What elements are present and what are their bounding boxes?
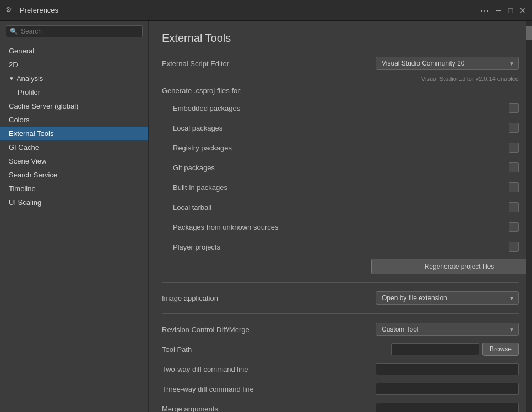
registry-label: Registry packages	[162, 144, 371, 152]
sidebar-item-profiler[interactable]: Profiler	[0, 85, 148, 99]
image-app-dropdown[interactable]: Open by file extension	[376, 291, 519, 305]
tool-path-label: Tool Path	[162, 345, 371, 354]
search-icon: 🔍	[10, 28, 18, 35]
builtin-label: Built-in packages	[162, 183, 371, 192]
script-editor-label: External Script Editor	[162, 59, 371, 68]
revision-dropdown-wrapper: Custom Tool ▼	[376, 323, 519, 336]
image-app-dropdown-wrapper: Open by file extension ▼	[376, 291, 519, 305]
local-packages-row: Local packages	[162, 120, 519, 135]
revision-control-row: Revision Control Diff/Merge Custom Tool …	[162, 322, 519, 337]
player-control	[371, 242, 519, 252]
regenerate-button[interactable]: Regenerate project files	[371, 259, 532, 274]
merge-args-label: Merge arguments	[162, 405, 371, 413]
merge-args-row: Merge arguments	[162, 401, 519, 412]
divider-2	[162, 313, 519, 314]
tarball-row: Local tarball	[162, 199, 519, 215]
tool-path-row: Tool Path Browse	[162, 341, 519, 357]
embedded-control	[371, 103, 519, 113]
tool-path-control: Browse	[371, 343, 519, 356]
content-area: External Tools External Script Editor Vi…	[149, 21, 532, 412]
title-bar: ⚙ Preferences ⋯ ─ □ ✕	[0, 0, 532, 21]
sidebar-item-scene-view[interactable]: Scene View	[0, 154, 148, 168]
builtin-control	[371, 182, 519, 192]
local-control	[371, 123, 519, 133]
sidebar-item-analysis[interactable]: ▼ Analysis	[0, 72, 148, 85]
regen-row: Regenerate project files	[162, 259, 519, 274]
embedded-checkbox[interactable]	[509, 103, 519, 113]
tarball-control	[371, 202, 519, 212]
git-packages-row: Git packages	[162, 160, 519, 175]
unknown-control	[371, 222, 519, 232]
divider-1	[162, 282, 519, 283]
git-label: Git packages	[162, 164, 371, 172]
sidebar-item-colors[interactable]: Colors	[0, 113, 148, 127]
two-way-diff-label: Two-way diff command line	[162, 365, 371, 373]
registry-checkbox[interactable]	[509, 143, 519, 153]
analysis-arrow: ▼	[9, 75, 14, 82]
search-input[interactable]	[21, 28, 138, 35]
image-app-control: Open by file extension ▼	[371, 291, 519, 305]
unknown-checkbox[interactable]	[509, 222, 519, 232]
search-wrapper: 🔍	[6, 25, 143, 37]
three-way-diff-input[interactable]	[376, 383, 519, 395]
unknown-sources-row: Packages from unknown sources	[162, 219, 519, 235]
scroll-thumb[interactable]	[526, 26, 532, 40]
sidebar-item-gi-cache[interactable]: GI Cache	[0, 140, 148, 154]
editor-note: Visual Studio Editor v2.0.14 enabled	[162, 75, 519, 82]
sidebar-item-cache-server[interactable]: Cache Server (global)	[0, 99, 148, 113]
settings-icon: ⚙	[6, 6, 15, 15]
revision-dropdown[interactable]: Custom Tool	[376, 323, 519, 336]
script-editor-row: External Script Editor Visual Studio Com…	[162, 56, 519, 71]
close-button[interactable]: ✕	[518, 5, 528, 15]
image-application-row: Image application Open by file extension…	[162, 290, 519, 306]
regen-control: Regenerate project files	[371, 259, 532, 274]
two-way-diff-row: Two-way diff command line	[162, 361, 519, 377]
merge-args-input[interactable]	[376, 403, 519, 412]
embedded-label: Embedded packages	[162, 104, 371, 112]
two-way-diff-control	[371, 363, 519, 375]
sidebar-item-search-service[interactable]: Search Service	[0, 168, 148, 182]
builtin-checkbox[interactable]	[509, 182, 519, 192]
script-editor-dropdown[interactable]: Visual Studio Community 20	[376, 57, 519, 70]
builtin-packages-row: Built-in packages	[162, 180, 519, 195]
sidebar-navigation: General 2D ▼ Analysis Profiler Cache Ser…	[0, 42, 148, 212]
player-label: Player projects	[162, 243, 371, 251]
unknown-label: Packages from unknown sources	[162, 223, 371, 231]
three-way-diff-row: Three-way diff command line	[162, 381, 519, 397]
sidebar-item-ui-scaling[interactable]: UI Scaling	[0, 196, 148, 209]
window-controls: ⋯ ─ □ ✕	[480, 5, 528, 15]
embedded-packages-row: Embedded packages	[162, 100, 519, 116]
tool-path-input[interactable]	[391, 343, 479, 355]
local-checkbox[interactable]	[509, 123, 519, 133]
generate-section-header: Generate .csproj files for:	[162, 86, 519, 95]
scroll-indicator	[526, 21, 532, 412]
sidebar-item-general[interactable]: General	[0, 44, 148, 58]
content-scroll: External Tools External Script Editor Vi…	[149, 21, 532, 412]
local-label: Local packages	[162, 124, 371, 132]
git-control	[371, 162, 519, 172]
tarball-checkbox[interactable]	[509, 202, 519, 212]
player-checkbox[interactable]	[509, 242, 519, 252]
browse-button[interactable]: Browse	[482, 343, 519, 356]
script-editor-dropdown-wrapper: Visual Studio Community 20 ▼	[376, 57, 519, 70]
three-way-diff-control	[371, 383, 519, 395]
three-way-diff-label: Three-way diff command line	[162, 385, 371, 393]
page-title: External Tools	[162, 32, 519, 45]
minimize-button[interactable]: ─	[493, 5, 503, 15]
tarball-label: Local tarball	[162, 203, 371, 212]
more-options-icon[interactable]: ⋯	[480, 5, 489, 15]
image-app-label: Image application	[162, 294, 371, 302]
sidebar-item-2d[interactable]: 2D	[0, 58, 148, 72]
revision-control-control: Custom Tool ▼	[371, 323, 519, 336]
player-projects-row: Player projects	[162, 239, 519, 254]
two-way-diff-input[interactable]	[376, 363, 519, 375]
registry-control	[371, 143, 519, 153]
merge-args-control	[371, 403, 519, 412]
sidebar-item-external-tools[interactable]: External Tools	[0, 127, 148, 140]
maximize-button[interactable]: □	[506, 5, 515, 15]
revision-control-label: Revision Control Diff/Merge	[162, 326, 371, 334]
main-layout: 🔍 General 2D ▼ Analysis Profiler Cache S…	[0, 21, 532, 412]
git-checkbox[interactable]	[509, 162, 519, 172]
sidebar-item-timeline[interactable]: Timeline	[0, 182, 148, 196]
script-editor-control: Visual Studio Community 20 ▼	[371, 57, 519, 70]
